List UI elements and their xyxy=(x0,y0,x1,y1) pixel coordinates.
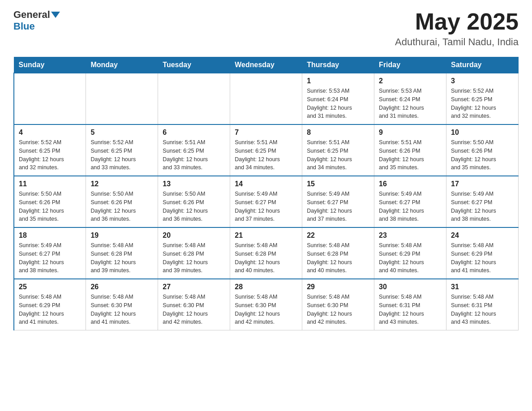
day-info: Sunrise: 5:48 AMSunset: 6:29 PMDaylight:… xyxy=(19,293,81,326)
day-info: Sunrise: 5:52 AMSunset: 6:25 PMDaylight:… xyxy=(90,138,153,172)
day-number: 6 xyxy=(163,128,225,137)
calendar-day-cell: 8Sunrise: 5:51 AMSunset: 6:25 PMDaylight… xyxy=(302,124,374,176)
day-info: Sunrise: 5:48 AMSunset: 6:30 PMDaylight:… xyxy=(307,293,369,326)
calendar-day-cell: 17Sunrise: 5:49 AMSunset: 6:27 PMDayligh… xyxy=(446,176,519,227)
calendar-header: Sunday Monday Tuesday Wednesday Thursday… xyxy=(14,57,519,73)
day-number: 9 xyxy=(379,128,442,137)
page-header: General Blue May 2025 Aduthurai, Tamil N… xyxy=(13,9,519,48)
day-info: Sunrise: 5:51 AMSunset: 6:25 PMDaylight:… xyxy=(307,138,369,172)
calendar-day-cell: 13Sunrise: 5:50 AMSunset: 6:26 PMDayligh… xyxy=(158,176,230,227)
day-info: Sunrise: 5:48 AMSunset: 6:28 PMDaylight:… xyxy=(235,241,297,275)
calendar-day-cell: 11Sunrise: 5:50 AMSunset: 6:26 PMDayligh… xyxy=(14,176,86,227)
calendar-day-cell: 30Sunrise: 5:48 AMSunset: 6:31 PMDayligh… xyxy=(374,279,446,330)
day-info: Sunrise: 5:50 AMSunset: 6:26 PMDaylight:… xyxy=(163,190,225,223)
day-info: Sunrise: 5:52 AMSunset: 6:25 PMDaylight:… xyxy=(451,87,514,120)
calendar-day-cell: 21Sunrise: 5:48 AMSunset: 6:28 PMDayligh… xyxy=(230,227,302,279)
calendar-day-cell: 9Sunrise: 5:51 AMSunset: 6:26 PMDaylight… xyxy=(374,124,446,176)
day-info: Sunrise: 5:49 AMSunset: 6:27 PMDaylight:… xyxy=(235,190,297,223)
day-info: Sunrise: 5:49 AMSunset: 6:27 PMDaylight:… xyxy=(19,241,81,275)
calendar-day-cell: 4Sunrise: 5:52 AMSunset: 6:25 PMDaylight… xyxy=(14,124,86,176)
day-info: Sunrise: 5:48 AMSunset: 6:28 PMDaylight:… xyxy=(90,241,153,275)
calendar-day-cell: 15Sunrise: 5:49 AMSunset: 6:27 PMDayligh… xyxy=(302,176,374,227)
day-number: 15 xyxy=(307,180,369,188)
day-number: 19 xyxy=(90,231,153,240)
day-number: 20 xyxy=(163,231,225,240)
calendar-day-cell: 19Sunrise: 5:48 AMSunset: 6:28 PMDayligh… xyxy=(86,227,158,279)
calendar-day-cell: 14Sunrise: 5:49 AMSunset: 6:27 PMDayligh… xyxy=(230,176,302,227)
day-number: 13 xyxy=(163,180,225,188)
header-tuesday: Tuesday xyxy=(158,57,230,73)
day-info: Sunrise: 5:52 AMSunset: 6:25 PMDaylight:… xyxy=(19,138,81,172)
calendar-week-row: 4Sunrise: 5:52 AMSunset: 6:25 PMDaylight… xyxy=(14,124,519,176)
day-number: 22 xyxy=(307,231,369,240)
logo-triangle-icon xyxy=(51,12,60,18)
day-number: 31 xyxy=(451,283,514,291)
day-number: 26 xyxy=(90,283,153,291)
header-thursday: Thursday xyxy=(302,57,374,73)
day-number: 14 xyxy=(235,180,297,188)
day-number: 12 xyxy=(90,180,153,188)
day-number: 23 xyxy=(379,231,442,240)
day-number: 21 xyxy=(235,231,297,240)
day-number: 3 xyxy=(451,77,514,85)
day-info: Sunrise: 5:50 AMSunset: 6:26 PMDaylight:… xyxy=(19,190,81,223)
day-info: Sunrise: 5:48 AMSunset: 6:31 PMDaylight:… xyxy=(451,293,514,326)
calendar-day-cell: 27Sunrise: 5:48 AMSunset: 6:30 PMDayligh… xyxy=(158,279,230,330)
day-info: Sunrise: 5:49 AMSunset: 6:27 PMDaylight:… xyxy=(451,190,514,223)
day-info: Sunrise: 5:49 AMSunset: 6:27 PMDaylight:… xyxy=(307,190,369,223)
day-info: Sunrise: 5:53 AMSunset: 6:24 PMDaylight:… xyxy=(307,87,369,120)
header-friday: Friday xyxy=(374,57,446,73)
calendar-day-cell: 6Sunrise: 5:51 AMSunset: 6:25 PMDaylight… xyxy=(158,124,230,176)
day-number: 10 xyxy=(451,128,514,137)
calendar-week-row: 18Sunrise: 5:49 AMSunset: 6:27 PMDayligh… xyxy=(14,227,519,279)
month-year-title: May 2025 xyxy=(395,9,519,34)
calendar-day-cell: 25Sunrise: 5:48 AMSunset: 6:29 PMDayligh… xyxy=(14,279,86,330)
calendar-day-cell: 28Sunrise: 5:48 AMSunset: 6:30 PMDayligh… xyxy=(230,279,302,330)
logo: General Blue xyxy=(13,9,61,32)
calendar-day-cell xyxy=(86,73,158,124)
day-info: Sunrise: 5:48 AMSunset: 6:29 PMDaylight:… xyxy=(451,241,514,275)
day-number: 25 xyxy=(19,283,81,291)
day-number: 7 xyxy=(235,128,297,137)
day-info: Sunrise: 5:48 AMSunset: 6:28 PMDaylight:… xyxy=(163,241,225,275)
calendar-day-cell: 24Sunrise: 5:48 AMSunset: 6:29 PMDayligh… xyxy=(446,227,519,279)
logo-blue-text: Blue xyxy=(13,21,35,32)
day-number: 4 xyxy=(19,128,81,137)
day-info: Sunrise: 5:48 AMSunset: 6:31 PMDaylight:… xyxy=(379,293,442,326)
calendar-day-cell: 18Sunrise: 5:49 AMSunset: 6:27 PMDayligh… xyxy=(14,227,86,279)
day-info: Sunrise: 5:48 AMSunset: 6:30 PMDaylight:… xyxy=(235,293,297,326)
day-number: 24 xyxy=(451,231,514,240)
day-info: Sunrise: 5:48 AMSunset: 6:28 PMDaylight:… xyxy=(307,241,369,275)
day-info: Sunrise: 5:51 AMSunset: 6:25 PMDaylight:… xyxy=(163,138,225,172)
day-info: Sunrise: 5:48 AMSunset: 6:29 PMDaylight:… xyxy=(379,241,442,275)
location-subtitle: Aduthurai, Tamil Nadu, India xyxy=(395,36,519,48)
calendar-day-cell: 29Sunrise: 5:48 AMSunset: 6:30 PMDayligh… xyxy=(302,279,374,330)
day-number: 17 xyxy=(451,180,514,188)
day-info: Sunrise: 5:48 AMSunset: 6:30 PMDaylight:… xyxy=(163,293,225,326)
day-info: Sunrise: 5:49 AMSunset: 6:27 PMDaylight:… xyxy=(379,190,442,223)
calendar-day-cell: 5Sunrise: 5:52 AMSunset: 6:25 PMDaylight… xyxy=(86,124,158,176)
day-number: 29 xyxy=(307,283,369,291)
days-of-week-row: Sunday Monday Tuesday Wednesday Thursday… xyxy=(14,57,519,73)
calendar-day-cell: 31Sunrise: 5:48 AMSunset: 6:31 PMDayligh… xyxy=(446,279,519,330)
day-number: 16 xyxy=(379,180,442,188)
day-number: 27 xyxy=(163,283,225,291)
calendar-day-cell: 23Sunrise: 5:48 AMSunset: 6:29 PMDayligh… xyxy=(374,227,446,279)
day-info: Sunrise: 5:48 AMSunset: 6:30 PMDaylight:… xyxy=(90,293,153,326)
calendar-table: Sunday Monday Tuesday Wednesday Thursday… xyxy=(13,57,519,330)
calendar-day-cell xyxy=(230,73,302,124)
calendar-day-cell: 16Sunrise: 5:49 AMSunset: 6:27 PMDayligh… xyxy=(374,176,446,227)
calendar-day-cell: 1Sunrise: 5:53 AMSunset: 6:24 PMDaylight… xyxy=(302,73,374,124)
day-info: Sunrise: 5:50 AMSunset: 6:26 PMDaylight:… xyxy=(90,190,153,223)
calendar-day-cell: 10Sunrise: 5:50 AMSunset: 6:26 PMDayligh… xyxy=(446,124,519,176)
day-number: 28 xyxy=(235,283,297,291)
logo-general-text: General xyxy=(13,9,50,21)
calendar-day-cell: 26Sunrise: 5:48 AMSunset: 6:30 PMDayligh… xyxy=(86,279,158,330)
day-number: 2 xyxy=(379,77,442,85)
title-section: May 2025 Aduthurai, Tamil Nadu, India xyxy=(395,9,519,48)
day-info: Sunrise: 5:51 AMSunset: 6:26 PMDaylight:… xyxy=(379,138,442,172)
day-number: 18 xyxy=(19,231,81,240)
calendar-day-cell: 12Sunrise: 5:50 AMSunset: 6:26 PMDayligh… xyxy=(86,176,158,227)
day-info: Sunrise: 5:51 AMSunset: 6:25 PMDaylight:… xyxy=(235,138,297,172)
calendar-day-cell xyxy=(14,73,86,124)
